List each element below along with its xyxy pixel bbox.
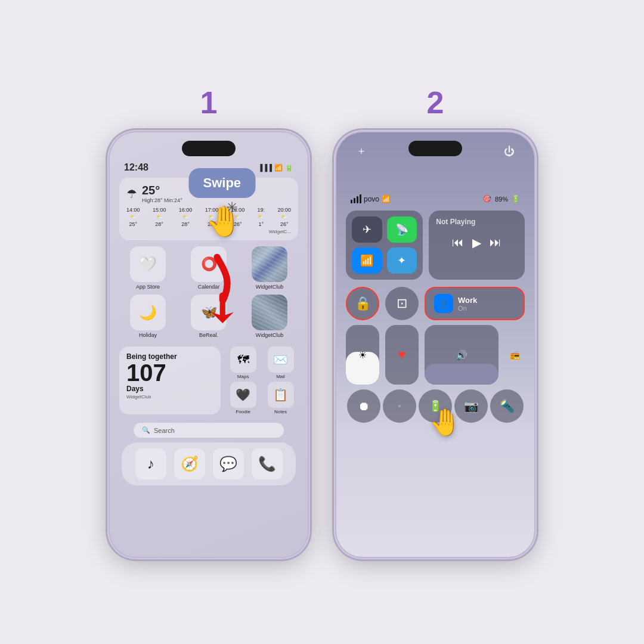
brightness-slider[interactable]: ☀	[346, 325, 379, 385]
mini-app-grid: 🗺 Maps ✉️ Mail 🖤 Foodie	[225, 346, 298, 414]
together-number: 107	[126, 361, 213, 385]
foodie-icon: 🖤	[230, 382, 256, 408]
sparkle-icon: ✳	[226, 199, 238, 216]
widgetclub-bottom-icon	[252, 295, 287, 330]
together-widget: Being together 107 Days WidgetClub	[119, 346, 221, 414]
together-unit: Days	[126, 385, 213, 393]
widgetclub-bottom-item[interactable]: WidgetClub	[241, 295, 298, 338]
media-tile: Not Playing ⏮ ▶ ⏭	[429, 210, 525, 280]
mail-icon: ✉️	[268, 346, 294, 373]
wifi-icon: 📶	[274, 164, 283, 172]
widgetclub-bottom-label: WidgetClub	[256, 332, 284, 338]
screen-mirror-button[interactable]: ⊡	[385, 287, 419, 320]
search-label: Search	[154, 427, 175, 434]
wifi-button[interactable]: 📶	[352, 247, 382, 274]
phone-2-screen: 🤚 + ⏻	[336, 132, 534, 557]
phone-1-screen: Swipe ✳ 🤚	[110, 132, 308, 557]
status-icons: ▐▐▐ 📶 🔋	[258, 164, 293, 172]
work-focus-name: Work	[458, 296, 477, 305]
cc-top-row: ✈ 📶 📡 ✦ Not Playing	[336, 208, 534, 282]
phone-2: 🤚 + ⏻	[334, 130, 537, 559]
step-1-number: 1	[200, 85, 218, 120]
together-widget-label: WidgetClub	[126, 394, 213, 400]
dots-indicator: •	[383, 389, 416, 423]
work-focus-tile[interactable]: 👤 Work On	[425, 287, 525, 320]
app-store-label: App Store	[136, 284, 160, 290]
cc-status-bar: povo 📶 🎯 89% 🔋	[336, 162, 534, 208]
widgetclub-top-item[interactable]: WidgetClub	[241, 246, 298, 290]
step-1: 1 Swipe ✳ 🤚	[107, 85, 310, 559]
power-button[interactable]: ⏻	[499, 141, 520, 162]
maps-label: Maps	[237, 374, 249, 379]
play-button[interactable]: ▶	[472, 236, 481, 250]
flashlight-button[interactable]: 🔦	[490, 389, 524, 423]
swipe-button[interactable]: Swipe	[189, 168, 256, 198]
search-icon: 🔍	[142, 426, 150, 434]
step-2: 2 🤚 + ⏻	[334, 85, 537, 559]
search-bar[interactable]: 🔍 Search	[134, 423, 284, 438]
red-arrow-icon	[193, 252, 241, 323]
battery-level: 89%	[495, 196, 508, 203]
dynamic-island	[182, 141, 236, 156]
volume-slider[interactable]: 🔊	[425, 325, 499, 385]
cc-slider-row: ☀ ♥ 🔊 📻	[336, 325, 534, 385]
mail-item[interactable]: ✉️ Mail	[263, 346, 298, 379]
messages-dock-icon[interactable]: 💬	[213, 448, 244, 479]
widgetclub-top-icon	[252, 246, 287, 282]
signal-icon: ▐▐▐	[258, 164, 272, 171]
holiday-label: Holiday	[139, 332, 157, 338]
now-playing-label: Not Playing	[436, 218, 518, 226]
control-center-screen: + ⏻ povo 📶	[336, 132, 534, 557]
maps-icon: 🗺	[230, 346, 256, 373]
app-store-icon: 🤍	[130, 246, 166, 282]
wireless-icon: 📻	[504, 325, 525, 385]
svg-marker-1	[212, 298, 234, 323]
cc-middle-row: 🔒 ⊡ 👤 Work On	[336, 287, 534, 320]
battery-icon: 🔋	[285, 164, 293, 172]
work-focus-status: On	[458, 305, 477, 312]
dynamic-island-2	[408, 141, 462, 156]
widgetclub-top-label: WidgetClub	[256, 284, 284, 290]
carrier-info: povo 📶	[351, 194, 391, 203]
foodie-label: Foodie	[236, 409, 250, 414]
maps-item[interactable]: 🗺 Maps	[225, 346, 261, 379]
notes-item[interactable]: 📋 Notes	[263, 382, 298, 414]
holiday-item[interactable]: 🌙 Holiday	[119, 295, 177, 338]
rotation-lock-button[interactable]: 🔒	[346, 287, 379, 320]
music-dock-icon[interactable]: ♪	[135, 448, 166, 479]
foodie-item[interactable]: 🖤 Foodie	[225, 382, 261, 414]
mail-label: Mail	[276, 374, 285, 379]
phone-1: Swipe ✳ 🤚	[107, 130, 310, 559]
notes-icon: 📋	[268, 382, 294, 408]
next-button[interactable]: ⏭	[490, 236, 501, 250]
holiday-icon: 🌙	[130, 295, 166, 330]
screen-record-button[interactable]: ⏺	[347, 389, 380, 423]
dock: ♪ 🧭 💬 📞	[122, 442, 296, 485]
hand2-cursor-icon: 🤚	[429, 407, 462, 438]
cc-right-status: 🎯 89% 🔋	[483, 195, 520, 203]
favorites-button[interactable]: ♥	[385, 325, 419, 385]
work-focus-icon: 👤	[434, 294, 453, 313]
battery-bar: 🔋	[512, 195, 520, 203]
weather-detail: High:28° Min:24°	[142, 197, 182, 203]
bereal-label: BeReal.	[199, 332, 218, 338]
prev-button[interactable]: ⏮	[452, 236, 464, 250]
network-tile: ✈ 📶 📡 ✦	[346, 210, 423, 280]
notes-label: Notes	[274, 409, 287, 414]
focus-indicator: 🎯	[483, 195, 491, 203]
carrier-name: povo	[364, 195, 379, 203]
cellular-button[interactable]: 📡	[387, 216, 417, 243]
phone-dock-icon[interactable]: 📞	[252, 448, 283, 479]
media-controls: ⏮ ▶ ⏭	[436, 236, 518, 250]
work-focus-text: Work On	[458, 296, 477, 312]
time-display: 12:48	[124, 162, 148, 173]
airplane-button[interactable]: ✈	[352, 216, 382, 243]
app-store-item[interactable]: 🤍 App Store	[119, 246, 177, 290]
bluetooth-button[interactable]: ✦	[387, 247, 417, 274]
main-container: 1 Swipe ✳ 🤚	[0, 0, 644, 644]
weather-temp: 25°	[142, 184, 182, 197]
add-button[interactable]: +	[351, 141, 372, 162]
step-2-number: 2	[427, 85, 444, 120]
compass-dock-icon[interactable]: 🧭	[174, 448, 205, 479]
weather-umbrella-icon: ☂	[126, 187, 137, 201]
